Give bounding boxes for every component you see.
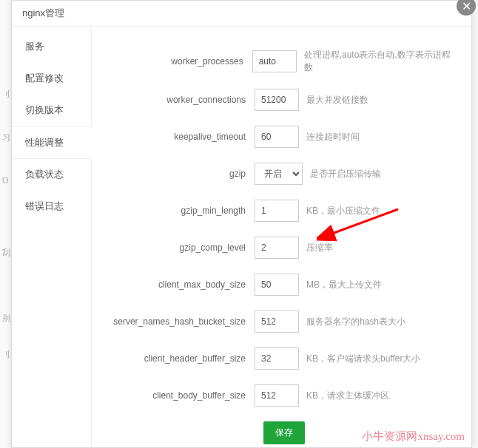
background-edge: 刂 习 O 刮 刖 刂: [0, 0, 11, 448]
row-client-header-buffer-size: client_header_buffer_size KB，客户端请求头buffe…: [107, 347, 457, 370]
sidebar-item-load[interactable]: 负载状态: [12, 159, 91, 191]
select-gzip[interactable]: 开启: [255, 163, 303, 185]
hint-gzip: 是否开启压缩传输: [310, 168, 381, 180]
sidebar-item-version[interactable]: 切换版本: [12, 95, 91, 126]
modal-header: nginx管理: [12, 1, 471, 27]
label-gzip-comp-level: gzip_comp_level: [107, 242, 255, 253]
sidebar-item-config[interactable]: 配置修改: [12, 63, 91, 95]
hint-worker-connections: 最大并发链接数: [306, 94, 368, 106]
hint-server-names-hash-bucket-size: 服务器名字的hash表大小: [306, 316, 405, 328]
sidebar-item-performance[interactable]: 性能调整: [12, 126, 91, 159]
input-worker-processes[interactable]: [252, 50, 297, 72]
row-gzip-comp-level: gzip_comp_level 压缩率: [107, 237, 457, 259]
label-worker-processes: worker_processes: [107, 56, 252, 67]
hint-gzip-min-length: KB，最小压缩文件: [306, 205, 380, 217]
input-keepalive-timeout[interactable]: [255, 126, 299, 148]
hint-client-max-body-size: MB，最大上传文件: [306, 279, 382, 291]
input-client-header-buffer-size[interactable]: [255, 347, 299, 370]
label-client-header-buffer-size: client_header_buffer_size: [107, 353, 255, 364]
label-gzip: gzip: [107, 169, 255, 179]
row-server-names-hash-bucket-size: server_names_hash_bucket_size 服务器名字的hash…: [107, 310, 457, 333]
input-worker-connections[interactable]: [255, 89, 299, 111]
row-worker-processes: worker_processes 处理进程,auto表示自动,数字表示进程数: [107, 49, 457, 74]
hint-client-body-buffer-size: KB，请求主体缓冲区: [306, 390, 389, 402]
input-client-max-body-size[interactable]: [255, 274, 299, 296]
label-gzip-min-length: gzip_min_length: [107, 206, 255, 216]
sidebar-item-service[interactable]: 服务: [12, 31, 91, 63]
label-server-names-hash-bucket-size: server_names_hash_bucket_size: [107, 316, 255, 327]
hint-gzip-comp-level: 压缩率: [306, 242, 333, 254]
modal-body: 服务 配置修改 切换版本 性能调整 负载状态 错误日志 worker_proce…: [12, 27, 471, 447]
input-gzip-min-length[interactable]: [255, 200, 299, 222]
row-worker-connections: worker_connections 最大并发链接数: [107, 89, 457, 111]
nginx-management-modal: ✕ nginx管理 服务 配置修改 切换版本 性能调整 负载状态 错误日志 wo…: [11, 0, 472, 448]
hint-keepalive-timeout: 连接超时时间: [306, 131, 360, 143]
input-client-body-buffer-size[interactable]: [255, 384, 299, 407]
row-keepalive-timeout: keepalive_timeout 连接超时时间: [107, 126, 457, 148]
label-client-body-buffer-size: client_body_buffer_size: [107, 390, 255, 401]
hint-client-header-buffer-size: KB，客户端请求头buffer大小: [306, 353, 420, 365]
row-gzip: gzip 开启 是否开启压缩传输: [107, 163, 457, 185]
label-client-max-body-size: client_max_body_size: [107, 279, 255, 290]
sidebar: 服务 配置修改 切换版本 性能调整 负载状态 错误日志: [12, 27, 92, 447]
input-gzip-comp-level[interactable]: [255, 237, 299, 259]
close-icon: ✕: [462, 0, 471, 13]
label-keepalive-timeout: keepalive_timeout: [107, 132, 255, 142]
hint-worker-processes: 处理进程,auto表示自动,数字表示进程数: [304, 49, 457, 74]
row-client-body-buffer-size: client_body_buffer_size KB，请求主体缓冲区: [107, 384, 457, 407]
input-server-names-hash-bucket-size[interactable]: [255, 310, 299, 333]
content-area: worker_processes 处理进程,auto表示自动,数字表示进程数 w…: [92, 27, 471, 447]
row-gzip-min-length: gzip_min_length KB，最小压缩文件: [107, 200, 457, 222]
modal-title: nginx管理: [22, 7, 64, 18]
row-client-max-body-size: client_max_body_size MB，最大上传文件: [107, 274, 457, 296]
save-button[interactable]: 保存: [263, 421, 305, 444]
sidebar-item-errorlog[interactable]: 错误日志: [12, 191, 91, 223]
label-worker-connections: worker_connections: [107, 95, 255, 105]
close-button[interactable]: ✕: [457, 0, 476, 16]
